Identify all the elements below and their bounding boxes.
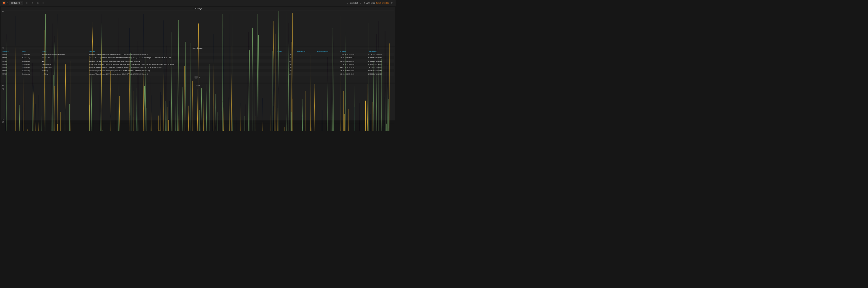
save-button[interactable] [36,1,40,5]
star-icon [26,2,28,4]
traffic-y-axis: 150 K125 K100 K75 K50 K25 K0 [1,87,4,131]
panel-cpu-usage: CPU usage 5.04.03.02.01.00.0 05:0005:050… [1,6,395,46]
share-button[interactable] [30,1,34,5]
refresh-picker[interactable]: Refresh every 10s [376,2,389,4]
svg-rect-0 [11,2,12,3]
panel-traffic: Traffic 150 K125 K100 K75 K50 K25 K0 05:… [1,83,395,120]
svg-rect-2 [11,3,12,4]
chevron-right-icon: ▶ [360,2,361,3]
time-forward-button[interactable]: ▶ [359,1,363,5]
settings-button[interactable] [41,1,45,5]
share-icon [31,2,33,4]
caret-down-icon: ▾ [21,2,22,3]
svg-point-4 [43,3,43,3]
panel-title[interactable]: CPU usage [1,7,395,10]
caret-down-icon: ▾ [7,2,8,3]
clock-icon [364,2,365,3]
time-range-picker[interactable]: Last 6 hours [364,2,375,4]
star-button[interactable] [25,1,29,5]
dashboard-icon [11,2,12,4]
dashboard-name: NetXMS [13,2,20,4]
svg-rect-1 [12,2,12,3]
refresh-button[interactable] [390,1,394,5]
refresh-icon [391,2,393,4]
save-icon [37,2,39,4]
dashboard-picker[interactable]: NetXMS ▾ [9,1,23,5]
zoom-out-button[interactable]: Zoom Out [350,2,358,4]
time-controls: ◀ Zoom Out ▶ Last 6 hours Refresh every … [345,1,394,5]
top-navbar: ▾ NetXMS ▾ ◀ Zoom Out ▶ Last 6 hours R [0,0,396,6]
traffic-canvas [5,87,394,131]
chevron-left-icon: ◀ [347,2,348,3]
time-back-button[interactable]: ◀ [345,1,349,5]
traffic-chart[interactable]: 150 K125 K100 K75 K50 K25 K0 05:0005:050… [1,87,395,132]
svg-rect-3 [12,3,12,4]
gear-icon [42,2,44,4]
grafana-logo[interactable] [2,1,6,5]
